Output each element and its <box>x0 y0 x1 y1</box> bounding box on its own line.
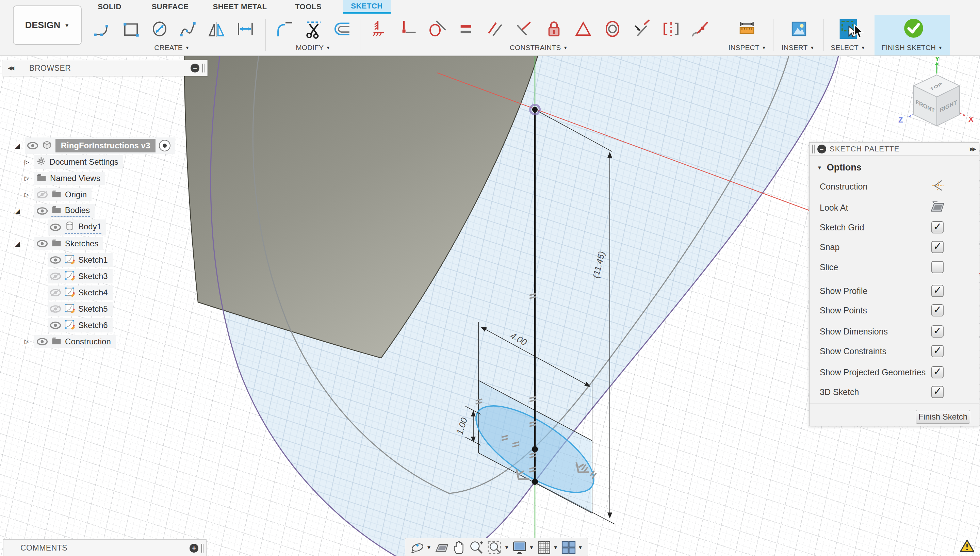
palette-row-show-projected-geometries[interactable]: Show Projected Geometries <box>809 364 979 381</box>
fix-unfix-constraint[interactable] <box>544 18 564 40</box>
tree-row-construction[interactable]: ▷ Construction <box>24 333 116 350</box>
visibility-eye-icon[interactable] <box>50 223 61 231</box>
sketch-dimension-tool[interactable] <box>236 18 255 40</box>
construction-icon[interactable] <box>930 178 945 195</box>
palette-row-show-constraints[interactable]: Show Constraints <box>809 343 979 360</box>
midpoint-constraint[interactable] <box>573 18 593 40</box>
tree-row-body1[interactable]: Body1 <box>48 219 106 236</box>
constraints-menu[interactable]: CONSTRAINTS▼ <box>510 44 568 52</box>
collapsed-arrow-icon[interactable]: ▷ <box>24 191 29 198</box>
finish-sketch-icon[interactable] <box>903 17 922 39</box>
tree-row-sketches[interactable]: ◢ Sketches <box>15 236 103 252</box>
tree-row-sketch5[interactable]: Sketch5 <box>48 301 113 317</box>
tree-row-sketch3[interactable]: Sketch3 <box>48 268 113 284</box>
tree-row-sketch1[interactable]: Sketch1 <box>48 252 113 268</box>
panel-minimize-icon[interactable]: – <box>191 64 199 73</box>
collinear-constraint[interactable] <box>632 18 652 40</box>
visibility-eye-icon[interactable] <box>36 338 48 346</box>
tab-solid[interactable]: SOLID <box>88 0 131 14</box>
visibility-eye-icon[interactable] <box>50 256 61 264</box>
panel-minimize-icon[interactable]: – <box>817 145 826 154</box>
collapse-panel-icon[interactable]: ◀◀ <box>8 65 13 71</box>
show-dimensions-checkbox[interactable] <box>932 325 944 338</box>
tangent-constraint[interactable] <box>427 18 447 40</box>
visibility-eye-icon[interactable] <box>50 289 61 297</box>
tree-row-origin[interactable]: ▷ Origin <box>24 186 92 203</box>
create-menu[interactable]: CREATE▼ <box>154 44 189 52</box>
palette-row-snap[interactable]: Snap <box>809 239 979 255</box>
rectangle-tool[interactable] <box>121 18 141 40</box>
tree-row-document-settings[interactable]: ▷ Document Settings <box>24 154 123 170</box>
fillet-tool[interactable] <box>276 18 295 40</box>
tree-row-bodies[interactable]: ◢ Bodies <box>15 203 95 219</box>
circle-tool[interactable] <box>150 18 170 40</box>
tree-row-component[interactable]: ◢ RingForInstructions v3 <box>15 137 175 154</box>
options-section-header[interactable]: ▼ Options <box>817 162 862 173</box>
spline-tool[interactable] <box>178 18 198 40</box>
fit-tool[interactable]: ▼ <box>487 540 509 555</box>
insert-image-tool[interactable] <box>789 18 809 40</box>
visibility-eye-icon[interactable] <box>36 207 48 215</box>
palette-row-look-at[interactable]: Look At <box>809 199 979 216</box>
tree-row-named-views[interactable]: ▷ Named Views <box>24 170 105 186</box>
expanded-arrow-icon[interactable]: ◢ <box>15 240 20 248</box>
visibility-eye-icon[interactable] <box>27 142 39 150</box>
visibility-eye-icon[interactable] <box>36 239 48 248</box>
finish-sketch-menu[interactable]: FINISH SKETCH▼ <box>882 44 943 52</box>
look-at-icon[interactable] <box>930 200 945 215</box>
slice-checkbox[interactable] <box>932 261 944 273</box>
collapsed-arrow-icon[interactable]: ▷ <box>24 338 29 345</box>
grid-settings-tool[interactable]: ▼ <box>537 540 558 555</box>
mirror-tool[interactable] <box>207 18 227 40</box>
panel-grip[interactable] <box>202 64 205 73</box>
tab-surface[interactable]: SURFACE <box>149 0 192 14</box>
insert-menu[interactable]: INSERT▼ <box>781 44 815 52</box>
collapsed-arrow-icon[interactable]: ▷ <box>24 175 29 182</box>
inspect-menu[interactable]: INSPECT▼ <box>728 44 766 52</box>
offset-tool[interactable] <box>332 18 352 40</box>
design-workspace-dropdown[interactable]: DESIGN ▼ <box>13 5 82 45</box>
tab-tools[interactable]: TOOLS <box>288 0 329 14</box>
sketch-palette-header[interactable]: – SKETCH PALETTE ▶▶ <box>809 142 979 156</box>
concentric-constraint[interactable] <box>603 18 622 40</box>
3d-sketch-checkbox[interactable] <box>932 386 944 398</box>
curvature-constraint[interactable] <box>690 18 710 40</box>
collapsed-arrow-icon[interactable]: ▷ <box>24 158 29 166</box>
select-menu[interactable]: SELECT▼ <box>831 44 865 52</box>
collapse-panel-right-icon[interactable]: ▶▶ <box>970 146 975 152</box>
palette-row-show-dimensions[interactable]: Show Dimensions <box>809 323 979 340</box>
show-profile-checkbox[interactable] <box>932 285 944 297</box>
sketch-grid-checkbox[interactable] <box>932 221 944 233</box>
tab-sheet-metal[interactable]: SHEET METAL <box>209 0 271 14</box>
view-cube[interactable]: Y Z X TOP FRONT RIGHT <box>895 57 980 136</box>
visibility-eye-icon[interactable] <box>50 321 61 330</box>
display-settings-tool[interactable]: ▼ <box>512 540 534 555</box>
active-component-radio[interactable] <box>159 140 171 152</box>
finish-sketch-button[interactable]: Finish Sketch <box>916 410 970 423</box>
measure-tool[interactable] <box>737 18 757 40</box>
trim-tool[interactable] <box>304 18 324 40</box>
add-comment-icon[interactable]: + <box>189 544 199 553</box>
warning-icon[interactable] <box>960 539 975 554</box>
palette-row-slice[interactable]: Slice <box>809 259 979 276</box>
panel-grip[interactable] <box>201 544 203 553</box>
tab-sketch[interactable]: SKETCH <box>343 0 391 14</box>
comments-bar[interactable]: COMMENTS + <box>3 539 207 556</box>
parallel-constraint[interactable] <box>486 18 505 40</box>
visibility-eye-icon[interactable] <box>50 305 61 313</box>
palette-row-show-points[interactable]: Show Points <box>809 302 979 319</box>
show-constraints-checkbox[interactable] <box>932 345 944 357</box>
browser-header[interactable]: ◀◀ BROWSER – <box>3 60 208 76</box>
line-tool[interactable] <box>92 18 112 40</box>
palette-row-3d-sketch[interactable]: 3D Sketch <box>809 383 979 401</box>
palette-row-show-profile[interactable]: Show Profile <box>809 283 979 299</box>
modify-menu[interactable]: MODIFY▼ <box>296 44 330 52</box>
orbit-tool[interactable]: ▼ <box>410 540 431 555</box>
horizontal-vertical-constraint[interactable] <box>368 18 388 40</box>
component-label[interactable]: RingForInstructions v3 <box>55 139 156 152</box>
zoom-tool[interactable] <box>469 540 484 555</box>
symmetry-constraint[interactable] <box>661 18 681 40</box>
panel-grip[interactable] <box>812 145 815 154</box>
palette-row-sketch-grid[interactable]: Sketch Grid <box>809 219 979 236</box>
look-at-tool[interactable] <box>434 541 449 554</box>
